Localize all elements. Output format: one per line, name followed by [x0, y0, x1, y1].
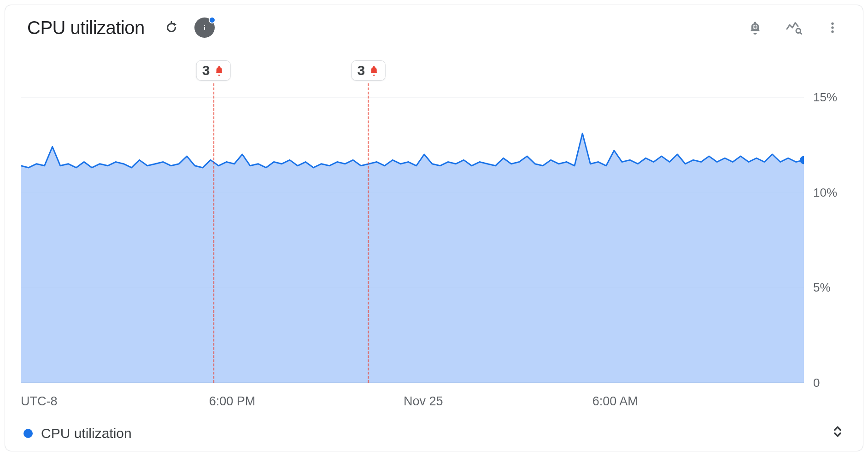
svg-point-5 — [831, 30, 834, 33]
create-alert-icon[interactable] — [745, 18, 765, 38]
y-tick-label: 5% — [813, 281, 831, 295]
info-badge-dot — [209, 17, 216, 23]
explore-metrics-icon[interactable] — [784, 18, 804, 38]
header-right-icons — [745, 18, 852, 38]
x-axis: UTC-8 6:00 PMNov 256:00 AM — [21, 394, 804, 413]
legend-label[interactable]: CPU utilization — [41, 426, 132, 441]
plot-svg — [21, 97, 804, 383]
plot[interactable] — [21, 97, 804, 383]
info-icon[interactable] — [194, 18, 215, 38]
x-tick-label: Nov 25 — [404, 394, 443, 409]
alert-marker[interactable]: 3 — [351, 60, 386, 81]
y-axis: 05%10%15% — [809, 97, 864, 383]
alert-count: 3 — [357, 63, 365, 78]
alert-marker[interactable]: 3 — [196, 60, 231, 81]
legend-color-dot — [23, 429, 33, 438]
chart-header: CPU utilization — [5, 5, 863, 42]
more-options-icon[interactable] — [822, 18, 843, 38]
svg-point-3 — [831, 23, 834, 25]
legend-row: CPU utilization — [23, 424, 845, 443]
y-tick-label: 10% — [813, 185, 837, 199]
svg-line-2 — [800, 33, 802, 34]
alert-pill[interactable]: 3 — [351, 60, 386, 81]
chart-area: 3 3 05%10%15% — [21, 60, 852, 383]
alert-line — [368, 83, 369, 383]
alert-pill[interactable]: 3 — [196, 60, 231, 81]
chart-card: CPU utilization — [5, 5, 863, 451]
chart-title: CPU utilization — [27, 18, 145, 38]
bell-icon — [368, 64, 381, 77]
y-tick-label: 15% — [813, 90, 837, 105]
expand-legend-icon[interactable] — [831, 424, 845, 443]
insights-refresh-icon[interactable] — [161, 18, 182, 38]
bell-icon — [213, 64, 226, 77]
y-tick-label: 0 — [813, 376, 820, 390]
x-tick-label: 6:00 AM — [592, 394, 638, 409]
timezone-label: UTC-8 — [21, 394, 58, 409]
svg-point-4 — [831, 26, 834, 29]
x-tick-label: 6:00 PM — [209, 394, 256, 409]
alert-line — [213, 83, 214, 383]
alert-count: 3 — [202, 63, 210, 78]
header-left-icons — [161, 18, 215, 38]
